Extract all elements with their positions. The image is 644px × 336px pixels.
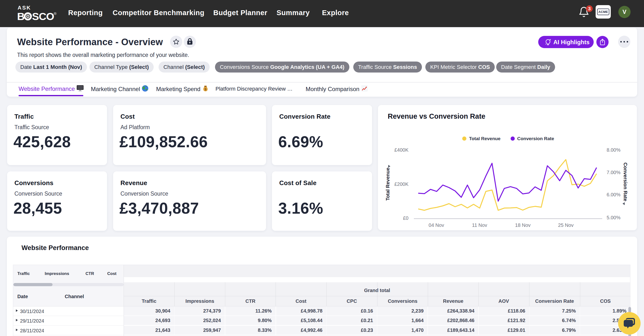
svg-text:®: ® [54, 11, 56, 16]
svg-text:B: B [18, 11, 24, 21]
svg-text:$: $ [204, 87, 206, 91]
svg-text:SCO: SCO [32, 11, 54, 21]
